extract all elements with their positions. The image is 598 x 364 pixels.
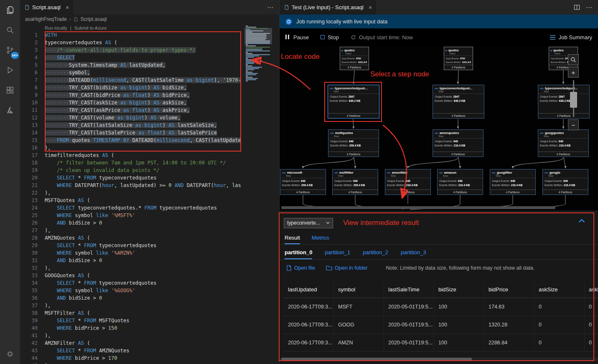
- code-line[interactable]: WHERE symbol like '%MSFT%': [45, 212, 244, 219]
- code-line[interactable]: SELECT * FROM typeconvertedquotes: [45, 174, 244, 182]
- minimap[interactable]: [244, 24, 272, 364]
- close-icon[interactable]: ×: [369, 4, 372, 11]
- code-line[interactable]: WHERE DATEPART(hour, lastUpdated) >= 0 A…: [45, 182, 244, 189]
- code-line[interactable]: ········TRY_CAST(askSize·as·bigint)·AS·a…: [45, 99, 244, 106]
- code-line[interactable]: ): [45, 362, 244, 364]
- code-line[interactable]: AND bidSize > 0: [45, 257, 244, 264]
- code-line[interactable]: WHERE bidPrice > 170: [45, 354, 244, 362]
- column-header[interactable]: lastSaleTime: [384, 281, 434, 298]
- code-line[interactable]: ········TRY_CAST(bidPrice·as·float)·AS·b…: [45, 91, 244, 99]
- code-line[interactable]: AMZNQuotes AS (: [45, 234, 244, 242]
- code-line[interactable]: ····/*·convert·all·input·fields·to·prope…: [45, 46, 244, 54]
- pause-button[interactable]: Pause: [285, 34, 309, 40]
- zoom-slider[interactable]: [573, 80, 574, 117]
- code-line[interactable]: ····SELECT: [45, 54, 244, 61]
- stop-button[interactable]: Stop: [321, 34, 339, 40]
- code-line[interactable]: WITH: [45, 31, 244, 39]
- code-line[interactable]: WHERE symbol like '%AMZN%': [45, 249, 244, 257]
- tab-metrics[interactable]: Metrics: [312, 235, 329, 244]
- split-editor-icon[interactable]: [574, 4, 580, 10]
- code-line[interactable]: ),: [45, 189, 244, 197]
- diagram-node-microsoft[interactable]: </>microsoftStepOutput Events: 949Events…: [280, 169, 326, 195]
- code-area[interactable]: WITHtypeconvertedquotes AS (····/*·conve…: [45, 31, 244, 364]
- open-in-folder-link[interactable]: Open in folder: [326, 265, 368, 271]
- code-editor[interactable]: Run locally | Submit to Azure 1234567891…: [20, 24, 279, 364]
- code-line[interactable]: timefilteredquotes AS (: [45, 152, 244, 159]
- column-header[interactable]: bidPrice: [484, 281, 534, 298]
- code-line[interactable]: SELECT typeconvertedquotes.* FROM typeco…: [45, 204, 244, 212]
- close-icon[interactable]: ×: [66, 4, 69, 11]
- diagram-node-msftquotes[interactable]: </>msftquotesStepOutput Events: 949Event…: [328, 129, 379, 157]
- code-line[interactable]: /* clean up invalid data points */: [45, 167, 244, 174]
- fit-to-screen-button[interactable]: [568, 54, 579, 65]
- column-header[interactable]: symbol: [334, 281, 384, 298]
- code-line[interactable]: AND bidSize > 0: [45, 219, 244, 227]
- extensions-icon[interactable]: [0, 80, 20, 100]
- diagram-node-googquotes[interactable]: </>googquotesStepOutput Events: 949Event…: [538, 129, 589, 157]
- job-summary-button[interactable]: Job Summary: [550, 34, 592, 40]
- code-line[interactable]: AMZNFilter AS (: [45, 339, 244, 347]
- code-line[interactable]: SELECT * FROM AMZNQuotes: [45, 347, 244, 354]
- diagram-node-msftfilter[interactable]: </>msftfilterStepOutput Events: 949Event…: [332, 169, 378, 195]
- code-line[interactable]: WHERE bidPrice > 150: [45, 324, 244, 332]
- search-icon[interactable]: [0, 20, 20, 40]
- more-actions-icon[interactable]: ⋯: [586, 4, 592, 11]
- diagram-node-typeconvertedquot-[interactable]: </>typeconvertedquot...StepOutput Events…: [538, 85, 590, 119]
- azure-icon[interactable]: [0, 100, 20, 120]
- partition-tab-1[interactable]: partition_1: [325, 249, 350, 259]
- tab-result[interactable]: Result: [285, 235, 300, 244]
- code-line[interactable]: AND bidSize > 0: [45, 294, 244, 302]
- code-line[interactable]: SELECT * FROM typeconvertedquotes: [45, 242, 244, 249]
- zoom-out-button[interactable]: −: [568, 119, 579, 130]
- diagram-node-amazon[interactable]: </>amazonStepOutput Events: 949Events Wr…: [437, 169, 483, 195]
- partition-tab-0[interactable]: partition_0: [285, 249, 312, 259]
- code-line[interactable]: SELECT * FROM typeconvertedquotes: [45, 279, 244, 287]
- code-line[interactable]: ········TRY_CAST(askPrice·as·float)·AS·a…: [45, 106, 244, 114]
- open-file-link[interactable]: Open file: [286, 265, 315, 271]
- column-header[interactable]: bidSize: [434, 281, 484, 298]
- code-line[interactable]: ········symbol,: [45, 69, 244, 76]
- submit-to-azure-link[interactable]: Submit to Azure: [74, 25, 107, 30]
- column-header[interactable]: askSize: [534, 281, 585, 298]
- diagram-hscrollbar[interactable]: [281, 206, 555, 209]
- code-line[interactable]: ········TRY_CAST(lastSaleSize·as·bigint)…: [45, 121, 244, 129]
- zoom-in-button[interactable]: +: [568, 67, 579, 78]
- column-header[interactable]: askPrice: [585, 281, 598, 298]
- code-line[interactable]: ),: [45, 332, 244, 339]
- more-actions-icon[interactable]: ⋯: [267, 4, 273, 11]
- diagram-node-google[interactable]: </>googleStepOutput Events: 949Events Wr…: [542, 169, 588, 195]
- diagram-node-typeconvertedquot-[interactable]: </>typeconvertedquot...StepOutput Events…: [433, 85, 484, 119]
- diagram-node-googfilter[interactable]: </>googfilterStepOutput Events: 949Event…: [490, 169, 536, 195]
- code-line[interactable]: ),: [45, 302, 244, 309]
- explorer-icon[interactable]: [0, 0, 20, 20]
- code-line[interactable]: typeconvertedquotes AS (: [45, 39, 244, 46]
- step-dropdown[interactable]: typeconverte...: [284, 218, 333, 228]
- code-line[interactable]: ),: [45, 227, 244, 234]
- code-line[interactable]: GOOGQuotes AS (: [45, 272, 244, 279]
- source-control-icon[interactable]: 1K+: [0, 40, 20, 60]
- partition-tab-2[interactable]: partition_2: [363, 249, 388, 259]
- diagram-node-quotes[interactable]: ▸quotesInputInput Events: 3705Events Wri…: [340, 47, 369, 70]
- column-header[interactable]: lastUpdated: [284, 281, 334, 298]
- code-line[interactable]: ····FROM·quotes·TIMESTAMP·BY·DATEADD(mil…: [45, 136, 244, 144]
- zoom-slider-handle[interactable]: [570, 92, 577, 108]
- breadcrumb[interactable]: asaHighFreqTrade › Script.asaql: [20, 15, 279, 24]
- scrollbar-thumb[interactable]: [281, 358, 472, 361]
- partition-tab-3[interactable]: partition_3: [401, 249, 426, 259]
- tab-test-live-input[interactable]: Test (Live Input) - Script.asaql ×: [280, 0, 377, 15]
- diagram-node-amznquotes[interactable]: </>amznquotesStepOutput Events: 949Event…: [433, 129, 483, 157]
- run-locally-link[interactable]: Run locally: [45, 25, 67, 30]
- code-line[interactable]: SELECT * FROM MSFTQuotes: [45, 317, 244, 324]
- breadcrumb-file[interactable]: Script.asaql: [81, 16, 107, 22]
- code-line[interactable]: ),: [45, 264, 244, 272]
- breadcrumb-folder[interactable]: asaHighFreqTrade: [25, 16, 67, 22]
- code-line[interactable]: ········TRY_CAST(volume·as·bigint)·AS·vo…: [45, 114, 244, 121]
- tab-script-asaql[interactable]: Script.asaql ×: [20, 0, 74, 15]
- code-line[interactable]: MSFTFilter AS (: [45, 309, 244, 317]
- code-line[interactable]: ········TRY_CAST(lastSalePrice·as·float)…: [45, 129, 244, 136]
- code-line[interactable]: ········DATEADD(millisecond,·CAST(lastSa…: [45, 76, 244, 84]
- code-line[interactable]: ········System.Timestamp·AS·lastUpdated,: [45, 61, 244, 69]
- code-line[interactable]: /* filter between 7am and 1pm PST, 14:00…: [45, 159, 244, 167]
- diagram-node-quotes[interactable]: ▸quotesInputInput Events: 3705Events Wri…: [444, 47, 473, 70]
- code-line[interactable]: ········TRY_CAST(bidSize·as·bigint)·AS·b…: [45, 84, 244, 91]
